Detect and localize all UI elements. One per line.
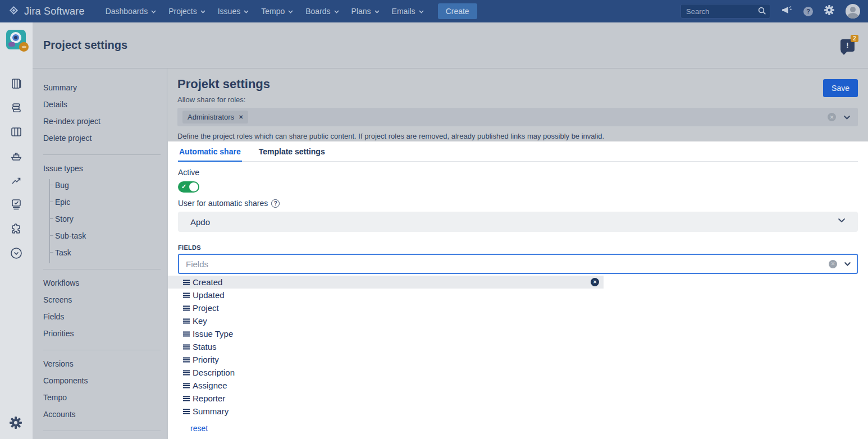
clear-fields-icon[interactable]: ✕ — [829, 260, 837, 268]
chevron-down-icon — [200, 10, 205, 13]
nav-dashboards[interactable]: Dashboards — [99, 0, 163, 22]
panel-title: Projekt settings — [177, 77, 858, 92]
roles-multiselect[interactable]: Administrators ✕ ✕ — [177, 108, 858, 126]
megaphone-icon[interactable] — [782, 6, 792, 17]
drag-handle-icon — [183, 292, 190, 298]
field-option-assignee[interactable]: Assignee — [168, 379, 604, 392]
sidebar-item-bug[interactable]: Bug — [50, 179, 167, 196]
columns-icon[interactable] — [10, 126, 22, 140]
software-project-badge-icon: <> — [19, 42, 29, 52]
sidebar-divider — [43, 350, 161, 350]
notification-badge: 2 — [851, 35, 858, 42]
gear-icon[interactable] — [824, 5, 834, 17]
project-rail: <> — [0, 22, 33, 439]
drag-handle-icon — [183, 370, 190, 376]
addons-puzzle-icon[interactable] — [10, 222, 22, 237]
jira-logo-icon — [8, 4, 20, 19]
issues-tray-icon[interactable] — [10, 198, 22, 213]
sidebar-item-reindex[interactable]: Re-index project — [33, 115, 167, 132]
nav-plans[interactable]: Plans — [345, 0, 386, 22]
drag-handle-icon — [183, 357, 190, 363]
field-option-created[interactable]: Created ✕ — [168, 276, 604, 289]
sidebar-item-components[interactable]: Components — [33, 374, 167, 391]
field-option-project[interactable]: Project — [168, 301, 604, 314]
help-icon[interactable]: ? — [803, 7, 813, 16]
sidebar-divider — [43, 154, 161, 155]
check-icon: ✓ — [181, 183, 186, 190]
sidebar-item-screens[interactable]: Screens — [33, 294, 167, 310]
role-tag-administrators: Administrators ✕ — [182, 111, 248, 124]
sidebar-divider — [43, 269, 161, 269]
sidebar-item-workflows[interactable]: Workflows — [33, 277, 167, 294]
sidebar-item-story[interactable]: Story — [50, 213, 167, 230]
tempo-clock-icon[interactable] — [10, 246, 23, 262]
field-option-description[interactable]: Description — [168, 366, 604, 379]
backlog-icon[interactable] — [10, 77, 22, 92]
reports-chart-icon[interactable] — [10, 174, 22, 189]
field-option-priority[interactable]: Priority — [168, 353, 604, 366]
field-option-summary[interactable]: Summary — [168, 405, 604, 418]
sidebar-item-subtask[interactable]: Sub-task — [50, 230, 167, 246]
nav-issues[interactable]: Issues — [212, 0, 255, 22]
clear-select-icon[interactable]: ✕ — [828, 113, 836, 121]
jira-logo-text: Jira Software — [24, 6, 85, 17]
create-button[interactable]: Create — [438, 3, 477, 19]
save-button[interactable]: Save — [823, 79, 858, 97]
nav-emails[interactable]: Emails — [386, 0, 430, 22]
sidebar-item-fields[interactable]: Fields — [33, 310, 167, 327]
remove-option-icon[interactable]: ✕ — [591, 278, 599, 286]
user-select[interactable]: Apdo — [178, 212, 858, 232]
search-input[interactable] — [680, 4, 770, 19]
search-box — [680, 4, 770, 19]
project-avatar[interactable]: <> — [6, 30, 26, 49]
field-option-key[interactable]: Key — [168, 314, 604, 327]
sidebar-item-task[interactable]: Task — [50, 246, 167, 263]
chevron-down-icon — [419, 10, 424, 13]
chevron-down-icon — [151, 10, 156, 13]
reset-link[interactable]: reset — [190, 424, 208, 433]
nav-boards[interactable]: Boards — [299, 0, 345, 22]
alert-glyph: ! — [846, 41, 848, 49]
fields-caption: FIELDS — [178, 244, 858, 251]
chevron-down-icon — [334, 10, 339, 13]
sidebar-item-details[interactable]: Details — [33, 98, 167, 115]
fields-input[interactable] — [178, 254, 858, 274]
field-option-updated[interactable]: Updated — [168, 289, 604, 301]
share-plugin-panel: Automatic share Template settings Active… — [168, 141, 868, 439]
chevron-down-icon — [374, 10, 380, 13]
sidebar-item-versions[interactable]: Versions — [33, 358, 167, 374]
nav-projects[interactable]: Projects — [162, 0, 212, 22]
field-option-issue-type[interactable]: Issue Type — [168, 327, 604, 340]
jira-screen: Jira Software Dashboards Projects Issues… — [0, 0, 868, 439]
nav-tempo-label: Tempo — [261, 7, 285, 16]
nav-tempo[interactable]: Tempo — [255, 0, 299, 22]
drag-handle-icon — [183, 318, 190, 324]
top-nav: Jira Software Dashboards Projects Issues… — [0, 0, 868, 22]
sidebar-item-priorities[interactable]: Priorities — [33, 327, 167, 344]
remove-role-icon[interactable]: ✕ — [239, 114, 243, 120]
page-title: Project settings — [43, 39, 127, 52]
sidebar-item-accounts[interactable]: Accounts — [33, 408, 167, 425]
sidebar-item-delete[interactable]: Delete project — [33, 132, 167, 149]
settings-gear-icon[interactable] — [10, 417, 22, 431]
jira-logo[interactable]: Jira Software — [8, 4, 85, 19]
user-avatar[interactable] — [846, 4, 860, 19]
sidebar-item-issue-types[interactable]: Issue types — [33, 162, 167, 179]
field-option-reporter[interactable]: Reporter — [168, 392, 604, 405]
sidebar-item-epic[interactable]: Epic — [50, 196, 167, 213]
drag-handle-icon — [183, 280, 190, 285]
avatar-head — [850, 7, 856, 12]
sidebar-item-summary[interactable]: Summary — [33, 81, 167, 98]
field-option-status[interactable]: Status — [168, 340, 604, 353]
field-help-icon[interactable]: ? — [271, 199, 280, 208]
toggle-knob — [189, 182, 198, 191]
active-toggle[interactable]: ✓ — [178, 181, 199, 193]
tab-template-settings[interactable]: Template settings — [258, 145, 326, 161]
role-tag-label: Administrators — [188, 113, 234, 121]
drag-handle-icon — [183, 331, 190, 337]
sidebar-item-tempo[interactable]: Tempo — [33, 391, 167, 408]
releases-ship-icon[interactable] — [10, 150, 22, 164]
stack-icon[interactable] — [10, 102, 22, 116]
feedback-bubble-icon[interactable]: ! 2 — [840, 39, 855, 52]
tab-automatic-share[interactable]: Automatic share — [178, 145, 242, 162]
